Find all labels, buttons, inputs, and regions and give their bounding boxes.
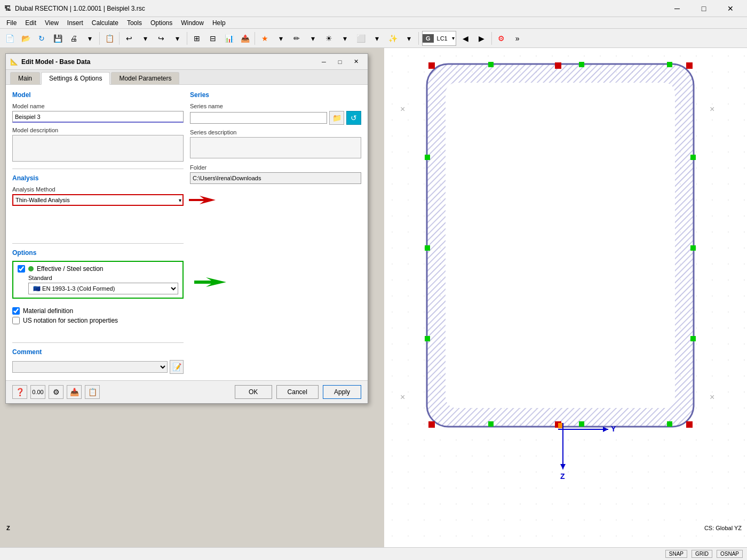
open-button[interactable]: 📂 (18, 31, 33, 46)
table-button[interactable]: 📊 (221, 31, 236, 46)
us-notation-checkbox[interactable] (12, 317, 20, 324)
x-mark-tl: × (400, 105, 405, 114)
series-sync-button[interactable]: ↺ (346, 111, 361, 125)
zero-button[interactable]: 0.00 (30, 385, 45, 399)
new-button[interactable]: 📄 (2, 31, 17, 46)
close-button[interactable]: ✕ (718, 0, 743, 17)
status-right: SNAP GRID OSNAP (665, 550, 743, 558)
menu-tools[interactable]: Tools (123, 18, 146, 28)
model-desc-input[interactable] (12, 135, 184, 162)
undo-arrow[interactable]: ▾ (138, 31, 153, 46)
settings2-button[interactable]: ⚙ (49, 385, 63, 399)
menu-edit[interactable]: Edit (21, 18, 41, 28)
series-folder-button[interactable]: 📁 (329, 111, 344, 125)
node-left-3 (425, 336, 430, 341)
effective-steel-checkbox[interactable] (18, 265, 25, 273)
comment-select[interactable] (12, 361, 168, 373)
standard-select[interactable]: 🇪🇺 EN 1993-1-3 (Cold Formed) AISC AS/NZS… (28, 283, 178, 294)
lc-next[interactable]: ▶ (474, 31, 489, 46)
lc-value: LC1 (434, 34, 451, 43)
node-top-2 (579, 62, 584, 67)
minimize-button[interactable]: ─ (665, 0, 689, 17)
tab-main[interactable]: Main (10, 72, 40, 84)
grid-badge[interactable]: GRID (692, 550, 712, 558)
print-arrow[interactable]: ▾ (82, 31, 97, 46)
menu-calculate[interactable]: Calculate (88, 18, 123, 28)
model-name-label: Model name (12, 103, 184, 109)
x-mark-br: × (710, 393, 714, 402)
pen-button[interactable]: ✏ (289, 31, 304, 46)
lc-selector[interactable]: G LC1 ▾ (422, 31, 456, 46)
menu-help[interactable]: Help (208, 18, 230, 28)
menu-file[interactable]: File (2, 18, 21, 28)
x-mark-bl: × (400, 393, 405, 402)
comment-edit-button[interactable]: 📝 (170, 360, 184, 374)
model-name-input[interactable] (12, 111, 184, 123)
cancel-button[interactable]: Cancel (276, 385, 319, 399)
help-button[interactable]: ❓ (12, 385, 27, 399)
magic-button[interactable]: ✨ (385, 31, 400, 46)
refresh-button[interactable]: ↻ (34, 31, 49, 46)
lc-label-g: G (423, 34, 434, 43)
menu-insert[interactable]: Insert (63, 18, 88, 28)
grid2-button[interactable]: ⊟ (205, 31, 220, 46)
app-title: Dlubal RSECTION | 1.02.0001 | Beispiel 3… (15, 5, 145, 12)
dialog-left-column: Model Model name Model description Analy… (12, 91, 184, 374)
ok-button[interactable]: OK (235, 385, 272, 399)
magic-arrow[interactable]: ▾ (401, 31, 416, 46)
menu-window[interactable]: Window (177, 18, 208, 28)
maximize-button[interactable]: □ (692, 0, 716, 17)
import-button[interactable]: 📥 (67, 385, 82, 399)
lc-prev[interactable]: ◀ (458, 31, 473, 46)
series-name-select[interactable] (190, 112, 327, 124)
analysis-method-select[interactable]: Thin-Walled Analysis Full Analysis (12, 194, 184, 206)
frame-arrow[interactable]: ▾ (369, 31, 384, 46)
redo-button[interactable]: ↪ (154, 31, 169, 46)
pen-arrow[interactable]: ▾ (305, 31, 320, 46)
dialog-content: Model Model name Model description Analy… (6, 85, 368, 380)
separator-6 (491, 32, 492, 45)
node-top-1 (488, 62, 494, 67)
tab-bar: Main Settings & Options Model Parameters (6, 70, 368, 85)
print-button[interactable]: 🖨 (66, 31, 81, 46)
menu-view[interactable]: View (41, 18, 63, 28)
comment-section-header: Comment (12, 348, 184, 356)
effective-steel-row: Effective / Steel section (18, 265, 178, 273)
save-button[interactable]: 💾 (50, 31, 65, 46)
undo-button[interactable]: ↩ (122, 31, 137, 46)
apply-button[interactable]: Apply (323, 385, 361, 399)
color-arrow[interactable]: ▾ (273, 31, 288, 46)
folder-input[interactable] (190, 172, 361, 184)
redo-arrow[interactable]: ▾ (170, 31, 185, 46)
footer-right-buttons: OK Cancel Apply (235, 385, 361, 399)
green-dot (28, 266, 34, 271)
menu-options[interactable]: Options (146, 18, 177, 28)
node-left-1 (425, 155, 430, 160)
copy2-button[interactable]: 📋 (85, 385, 100, 399)
model-desc-label: Model description (12, 127, 184, 133)
series-section-header: Series (190, 91, 361, 99)
material-def-checkbox[interactable] (12, 307, 20, 315)
dialog-minimize[interactable]: ─ (316, 56, 331, 68)
tab-model-params[interactable]: Model Parameters (111, 72, 179, 84)
dialog-close[interactable]: ✕ (348, 56, 363, 68)
dialog-maximize[interactable]: □ (332, 56, 347, 68)
app-icon: 🏗 (4, 5, 11, 12)
color-button[interactable]: ★ (257, 31, 272, 46)
settings-button[interactable]: ⚙ (494, 31, 509, 46)
series-desc-input[interactable] (190, 137, 361, 158)
copy-button[interactable]: 📋 (102, 31, 117, 46)
export-button[interactable]: 📤 (237, 31, 252, 46)
canvas-area: Y Z × × × × CS: Global YZ (384, 48, 747, 547)
snap-badge[interactable]: SNAP (665, 550, 687, 558)
lc-dropdown-arrow[interactable]: ▾ (451, 35, 456, 41)
sun-arrow[interactable]: ▾ (337, 31, 352, 46)
frame-button[interactable]: ⬜ (353, 31, 368, 46)
title-bar: 🏗 Dlubal RSECTION | 1.02.0001 | Beispiel… (0, 0, 747, 17)
sun-button[interactable]: ☀ (321, 31, 336, 46)
osnap-badge[interactable]: OSNAP (717, 550, 743, 558)
grid-button[interactable]: ⊞ (189, 31, 204, 46)
tab-settings[interactable]: Settings & Options (41, 72, 110, 85)
z-axis-label-canvas: Z (560, 472, 565, 481)
settings-more[interactable]: » (510, 31, 525, 46)
